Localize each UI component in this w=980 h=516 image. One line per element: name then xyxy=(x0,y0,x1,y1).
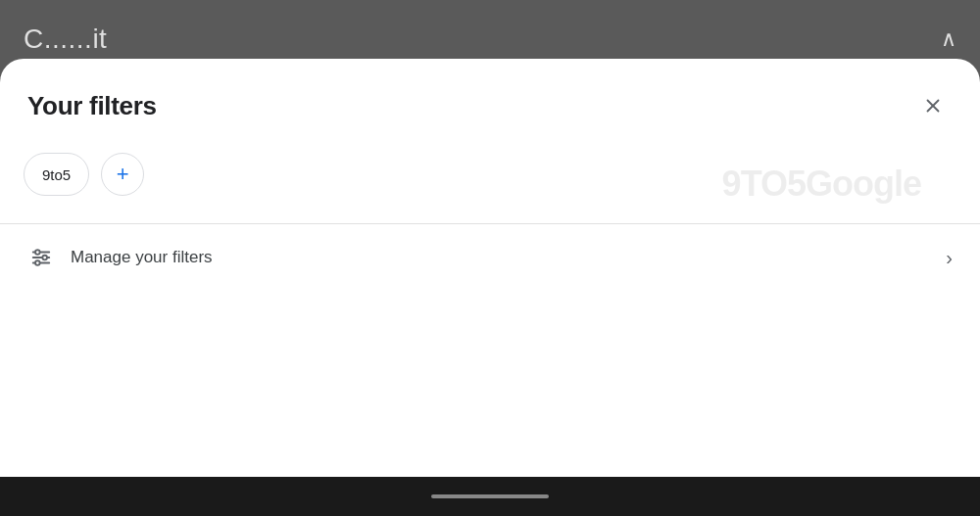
close-button[interactable] xyxy=(913,86,953,125)
add-filter-button[interactable]: + xyxy=(101,153,144,196)
filter-chip-9to5[interactable]: 9to5 xyxy=(24,153,89,196)
filter-chips-area: 9to5 + 9TO5Google xyxy=(0,145,980,223)
watermark: 9TO5Google xyxy=(722,164,921,205)
modal-sheet: Your filters 9to5 + 9TO5Google xyxy=(0,59,980,477)
sliders-icon xyxy=(30,247,52,268)
chevron-right-icon: › xyxy=(946,247,953,269)
bottom-bar xyxy=(0,477,980,516)
manage-filters-label: Manage your filters xyxy=(71,248,930,267)
background-close-icon: ∧ xyxy=(941,26,956,52)
svg-point-7 xyxy=(35,260,40,265)
filter-settings-icon xyxy=(27,244,55,271)
home-indicator xyxy=(431,494,549,498)
close-icon xyxy=(922,95,944,117)
modal-title: Your filters xyxy=(27,91,157,121)
svg-point-6 xyxy=(42,256,47,260)
filter-chip-label: 9to5 xyxy=(42,166,71,183)
manage-filters-row[interactable]: Manage your filters › xyxy=(0,224,980,291)
modal-header: Your filters xyxy=(0,59,980,145)
plus-icon: + xyxy=(117,164,129,185)
svg-point-5 xyxy=(35,250,40,255)
background-title: C......it xyxy=(24,23,107,55)
